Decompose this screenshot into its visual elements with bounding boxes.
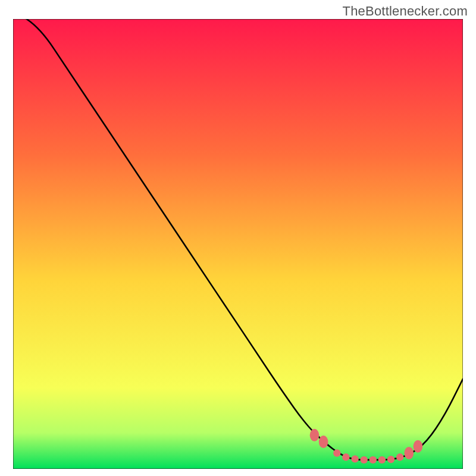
- plot-area: [13, 19, 463, 469]
- attribution-text: TheBottlenecker.com: [343, 4, 468, 19]
- gradient-background: [13, 19, 463, 469]
- gradient-rect: [13, 19, 463, 469]
- chart-frame: TheBottlenecker.com: [0, 0, 476, 476]
